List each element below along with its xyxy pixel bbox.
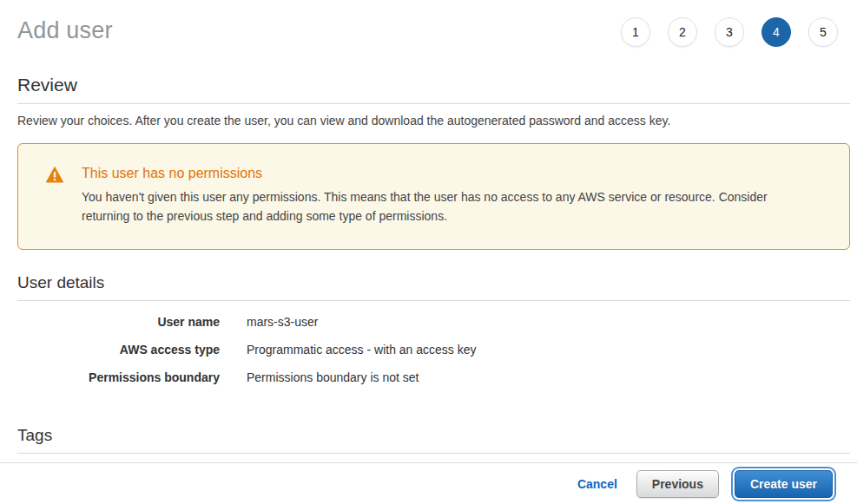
detail-row-permissions-boundary: Permissions boundary Permissions boundar… [17, 363, 850, 391]
no-permissions-warning: This user has no permissions You haven't… [17, 143, 850, 250]
review-description: Review your choices. After you create th… [17, 114, 850, 128]
user-details-section: User details User name mars-s3-user AWS … [17, 273, 850, 391]
detail-value: Permissions boundary is not set [247, 370, 419, 384]
step-2: 2 [668, 17, 697, 47]
user-details-rows: User name mars-s3-user AWS access type P… [17, 308, 850, 391]
detail-label: User name [17, 315, 220, 329]
detail-label: Permissions boundary [17, 370, 220, 384]
detail-row-user-name: User name mars-s3-user [17, 308, 850, 336]
step-5: 5 [808, 17, 838, 47]
warning-body: You haven't given this user any permissi… [82, 187, 818, 226]
step-indicator: 1 2 3 4 5 [621, 14, 838, 47]
step-4-active: 4 [761, 17, 791, 47]
page-title: Add user [17, 14, 113, 44]
detail-row-access-type: AWS access type Programmatic access - wi… [17, 336, 850, 363]
cancel-link[interactable]: Cancel [577, 477, 617, 491]
tags-heading: Tags [17, 426, 850, 454]
step-1: 1 [621, 17, 650, 47]
detail-value: Programmatic access - with an access key [247, 343, 477, 357]
detail-label: AWS access type [17, 343, 220, 357]
warning-title: This user has no permissions [82, 166, 818, 181]
detail-value: mars-s3-user [247, 315, 318, 329]
wizard-footer: Cancel Previous Create user [0, 462, 857, 504]
warning-content: This user has no permissions You haven't… [82, 166, 818, 228]
warning-triangle-icon [46, 167, 63, 228]
previous-button[interactable]: Previous [636, 470, 719, 498]
create-user-button[interactable]: Create user [735, 470, 833, 498]
step-3: 3 [715, 17, 744, 47]
main-content: Review Review your choices. After you cr… [17, 75, 850, 480]
review-section: Review Review your choices. After you cr… [17, 75, 850, 128]
user-details-heading: User details [17, 273, 850, 301]
review-heading: Review [17, 75, 850, 104]
wizard-header: Add user 1 2 3 4 5 [0, 0, 857, 47]
